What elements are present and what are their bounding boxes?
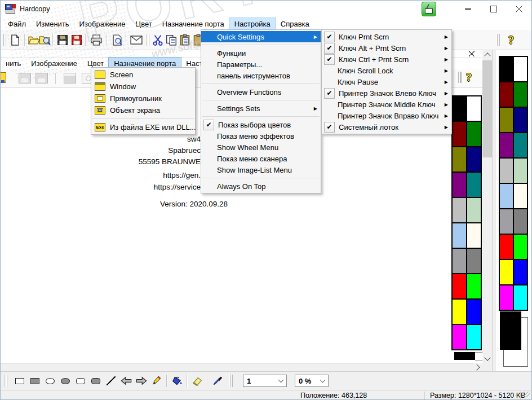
color-swatch[interactable] <box>467 173 481 197</box>
menubar-item[interactable]: Изображение <box>26 58 82 69</box>
vertical-scrollbar-thumb[interactable] <box>482 60 492 157</box>
color-swatch[interactable] <box>467 274 481 298</box>
color-swatch[interactable] <box>514 159 527 183</box>
menubar-item[interactable]: нить <box>1 58 26 69</box>
color-swatch[interactable] <box>500 209 513 234</box>
tool-eraser[interactable] <box>189 374 205 388</box>
horizontal-scrollbar[interactable] <box>1 363 482 371</box>
menu-item[interactable]: Прямоугольник <box>91 93 195 104</box>
menu-item[interactable]: Функции <box>201 47 321 59</box>
save-button[interactable] <box>55 33 70 47</box>
menu-item[interactable]: ✔Ключ Prnt Scrn▶ <box>322 31 451 42</box>
color-swatch[interactable] <box>514 260 527 284</box>
browse-button[interactable] <box>38 33 52 47</box>
tool-rectangle[interactable] <box>12 374 27 388</box>
scroll-down-button[interactable] <box>482 354 492 363</box>
tool-filled-ellipse[interactable] <box>57 374 73 388</box>
tool-color-picker[interactable] <box>210 374 225 388</box>
menu-item[interactable]: Ключ Pause▶ <box>322 76 451 87</box>
maximize-button[interactable] <box>481 1 506 17</box>
tool-filled-rectangle[interactable] <box>27 374 42 388</box>
color-swatch[interactable] <box>453 249 466 273</box>
color-swatch[interactable] <box>514 82 527 107</box>
color-swatch[interactable] <box>453 223 466 248</box>
color-swatch[interactable] <box>467 325 481 349</box>
menu-item[interactable]: Show Wheel Menu <box>201 142 321 153</box>
color-swatch[interactable] <box>467 147 481 172</box>
tool-arrow-left[interactable] <box>118 374 134 388</box>
foreground-color-swatch[interactable] <box>500 311 521 350</box>
help-button[interactable]: ? <box>504 33 518 47</box>
menu-item[interactable]: Always On Top <box>201 181 321 192</box>
paste-button[interactable] <box>178 33 192 47</box>
menu-item[interactable]: ✔Показ выбора цветов <box>201 119 321 130</box>
line-width-select[interactable]: 1 <box>243 375 287 387</box>
menubar-item[interactable]: Назначение порта <box>157 18 229 30</box>
menu-item[interactable]: ✔Принтер Значок Влево Ключ▶ <box>322 87 451 99</box>
menu-item[interactable]: Принтер Значок Вправо Ключ▶ <box>322 110 451 121</box>
scroll-right-button[interactable] <box>473 363 482 371</box>
print-preview-button[interactable] <box>110 33 125 47</box>
tool-line[interactable] <box>103 374 118 388</box>
color-swatch[interactable] <box>467 249 481 273</box>
color-swatch[interactable] <box>500 285 513 310</box>
color-swatch[interactable] <box>453 173 466 197</box>
menubar-item[interactable]: Цвет <box>131 18 157 30</box>
menubar-item[interactable]: Изображение <box>74 18 131 30</box>
color-swatch[interactable] <box>453 96 466 121</box>
menu-item[interactable]: Settings Sets▶ <box>201 103 321 114</box>
color-swatch[interactable] <box>453 122 466 146</box>
color-swatch[interactable] <box>514 133 527 157</box>
color-swatch[interactable] <box>514 285 527 310</box>
menu-item[interactable]: ✔Системный лоток▶ <box>322 121 451 133</box>
color-swatch[interactable] <box>467 300 481 324</box>
menu-item[interactable]: Show Image-List Menu <box>201 164 321 175</box>
menu-item[interactable]: Параметры... <box>201 59 321 70</box>
color-swatch[interactable] <box>514 108 527 132</box>
tool-ellipse[interactable] <box>42 374 57 388</box>
color-swatch[interactable] <box>453 147 466 172</box>
menu-item[interactable]: ✔Ключ Alt + Prnt Scrn▶ <box>322 42 451 54</box>
color-swatch[interactable] <box>500 82 513 107</box>
menu-item[interactable]: Quick Settings▶ <box>201 31 321 42</box>
menubar-item[interactable]: Изменить <box>31 18 74 30</box>
resize-grip[interactable] <box>524 392 530 397</box>
color-swatch[interactable] <box>500 108 513 132</box>
color-swatch[interactable] <box>500 133 513 157</box>
color-swatch[interactable] <box>467 96 481 121</box>
cut-button[interactable] <box>150 33 165 47</box>
color-swatch[interactable] <box>453 274 466 298</box>
color-swatch[interactable] <box>453 325 466 349</box>
color-swatch[interactable] <box>467 198 481 222</box>
save-as-button[interactable] <box>69 33 84 47</box>
tool-fill[interactable] <box>169 374 184 388</box>
print-button[interactable] <box>89 33 104 47</box>
menu-item[interactable]: Объект экрана <box>91 104 195 116</box>
zoom-select[interactable]: 0 % <box>295 375 329 387</box>
color-swatch[interactable] <box>500 159 513 183</box>
color-swatch[interactable] <box>500 57 513 81</box>
tool-pencil[interactable] <box>149 374 164 388</box>
tool-arrow-right[interactable] <box>134 374 149 388</box>
mail-button[interactable] <box>129 33 144 47</box>
close-button[interactable] <box>506 1 531 17</box>
menu-item[interactable]: ExeИз файла EXE или DLL... <box>91 121 195 133</box>
menu-item[interactable]: панель инструментов <box>201 70 321 81</box>
color-swatch[interactable] <box>500 235 513 259</box>
color-swatch[interactable] <box>453 198 466 222</box>
menubar-item[interactable]: Настройка <box>229 18 276 30</box>
color-swatch[interactable] <box>467 122 481 146</box>
color-swatch[interactable] <box>467 223 481 248</box>
copy-button[interactable] <box>164 33 179 47</box>
menu-item[interactable]: ✔Ключ Ctrl + Prnt Scrn▶ <box>322 54 451 65</box>
menu-item[interactable]: Screen <box>91 69 195 81</box>
color-swatch[interactable] <box>500 184 513 208</box>
color-swatch[interactable] <box>514 209 527 234</box>
minimize-button[interactable] <box>455 1 481 17</box>
menu-item[interactable]: Window <box>91 81 195 93</box>
tool-filled-rounded-rectangle[interactable] <box>88 374 103 388</box>
menubar-item[interactable]: Файл <box>3 18 31 30</box>
menu-item[interactable]: Показ меню эффектов <box>201 130 321 142</box>
new-file-button[interactable] <box>8 33 23 47</box>
color-swatch[interactable] <box>500 260 513 284</box>
